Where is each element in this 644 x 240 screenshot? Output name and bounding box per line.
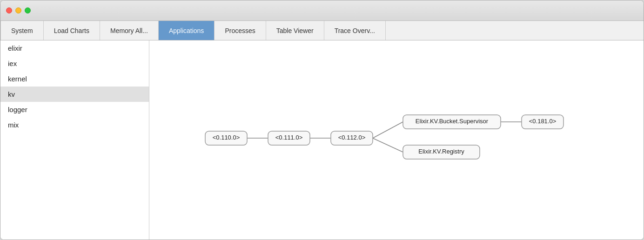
node-n5[interactable]: <0.181.0>	[522, 115, 564, 129]
tabbar: SystemLoad ChartsMemory All...Applicatio…	[0, 21, 644, 40]
edge-n3-n4	[373, 122, 403, 138]
sidebar-item-elixir[interactable]: elixir	[0, 40, 149, 56]
node-label-n5: <0.181.0>	[529, 118, 557, 125]
graph-svg: <0.110.0><0.111.0><0.112.0>Elixir.KV.Buc…	[149, 40, 644, 240]
tab-memory-all[interactable]: Memory All...	[100, 21, 159, 40]
sidebar-item-logger[interactable]: logger	[0, 102, 149, 117]
maximize-button[interactable]	[25, 7, 31, 13]
minimize-button[interactable]	[15, 7, 21, 13]
main-content: elixiriexkernelkvloggermix <0.110.0><0.1…	[0, 40, 644, 240]
node-n4[interactable]: Elixir.KV.Bucket.Supervisor	[403, 115, 501, 129]
sidebar-item-kv[interactable]: kv	[0, 87, 149, 102]
node-label-n3: <0.112.0>	[338, 134, 366, 141]
node-label-n1: <0.110.0>	[213, 134, 240, 141]
tab-trace-overv[interactable]: Trace Overv...	[324, 21, 386, 40]
titlebar	[0, 0, 644, 21]
sidebar-item-iex[interactable]: iex	[0, 56, 149, 71]
tab-system[interactable]: System	[0, 21, 44, 40]
tab-load-charts[interactable]: Load Charts	[44, 21, 100, 40]
tab-applications[interactable]: Applications	[159, 21, 215, 40]
node-label-n4: Elixir.KV.Bucket.Supervisor	[416, 118, 489, 125]
traffic-lights	[6, 7, 31, 13]
sidebar-item-mix[interactable]: mix	[0, 117, 149, 133]
tab-processes[interactable]: Processes	[215, 21, 266, 40]
node-n3[interactable]: <0.112.0>	[331, 131, 373, 145]
node-n1[interactable]: <0.110.0>	[205, 131, 247, 145]
sidebar: elixiriexkernelkvloggermix	[0, 40, 149, 240]
node-n2[interactable]: <0.111.0>	[268, 131, 310, 145]
sidebar-item-kernel[interactable]: kernel	[0, 71, 149, 87]
app-window: SystemLoad ChartsMemory All...Applicatio…	[0, 0, 644, 240]
node-n6[interactable]: Elixir.KV.Registry	[403, 145, 480, 159]
edge-n3-n6	[373, 138, 403, 152]
graph-area: <0.110.0><0.111.0><0.112.0>Elixir.KV.Buc…	[149, 40, 644, 240]
close-button[interactable]	[6, 7, 12, 13]
tab-table-viewer[interactable]: Table Viewer	[266, 21, 324, 40]
node-label-n6: Elixir.KV.Registry	[418, 148, 464, 155]
node-label-n2: <0.111.0>	[275, 134, 303, 141]
